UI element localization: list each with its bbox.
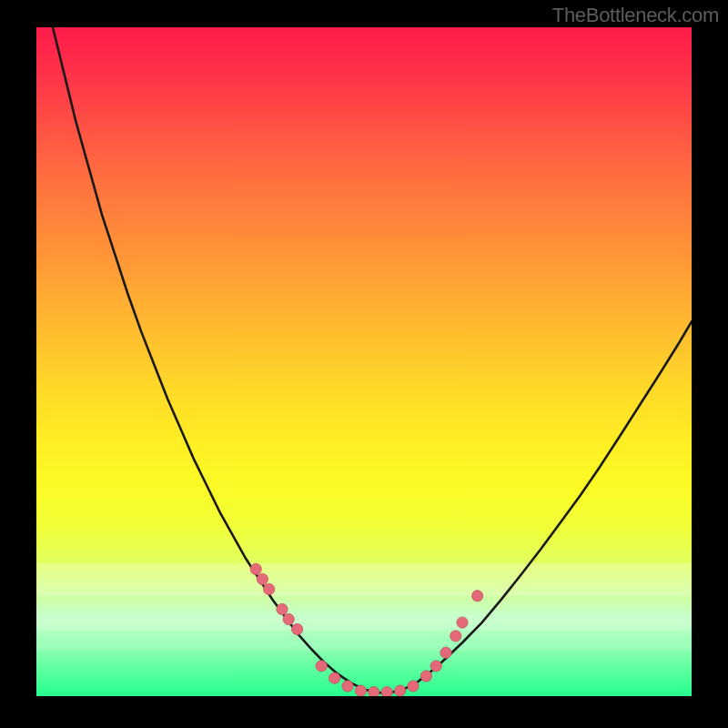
- data-marker: [394, 685, 405, 696]
- data-marker: [369, 686, 379, 696]
- data-marker: [250, 563, 261, 574]
- plot-area: [36, 27, 692, 696]
- data-marker: [440, 647, 451, 658]
- data-marker: [257, 573, 268, 584]
- data-marker: [430, 661, 441, 672]
- data-marker: [283, 613, 294, 624]
- data-marker: [355, 685, 366, 696]
- data-marker: [471, 591, 482, 602]
- data-marker: [457, 617, 468, 628]
- data-marker: [408, 681, 419, 692]
- data-marker: [329, 672, 339, 683]
- data-marker: [291, 623, 302, 634]
- data-marker: [381, 686, 392, 696]
- chart-frame: TheBottleneck.com: [0, 0, 728, 728]
- data-marker: [316, 661, 327, 672]
- data-marker: [420, 671, 431, 682]
- chart-svg: [36, 27, 692, 696]
- marker-group: [250, 563, 483, 696]
- bottleneck-curve: [36, 27, 692, 693]
- watermark-text: TheBottleneck.com: [552, 4, 719, 27]
- data-marker: [277, 603, 288, 614]
- data-marker: [342, 681, 353, 692]
- data-marker: [450, 631, 461, 642]
- data-marker: [263, 583, 274, 594]
